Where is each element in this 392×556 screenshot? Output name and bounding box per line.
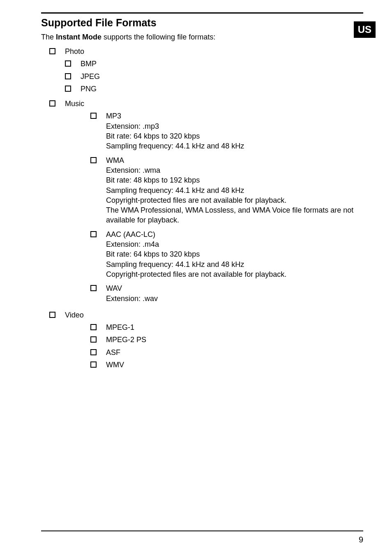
item-jpeg: JPEG [65, 72, 363, 81]
section-photo: Photo BMP JPEG PNG [49, 46, 363, 96]
intro-bold: Instant Mode [56, 33, 101, 41]
item-bmp: BMP [65, 59, 363, 69]
detail-line: Sampling frequency: 44.1 kHz and 48 kHz [106, 141, 363, 151]
item-png: PNG [65, 84, 363, 94]
item-label: MPEG-1 [106, 322, 363, 332]
intro-text: The Instant Mode supports the following … [41, 33, 363, 42]
page-number: 9 [359, 535, 363, 544]
section-video: Video MPEG-1 MPEG-2 PS ASF WMV [49, 310, 363, 372]
bullet-icon [90, 157, 96, 163]
item-mpeg1: MPEG-1 [90, 322, 363, 332]
item-wma: WMA Extension: .wma Bit rate: 48 kbps to… [90, 155, 363, 227]
intro-suffix: supports the following file formats: [101, 33, 215, 41]
detail-line: Extension: .wma [106, 165, 363, 175]
detail-line: Bit rate: 64 kbps to 320 kbps [106, 249, 363, 259]
detail-line: Bit rate: 64 kbps to 320 kbps [106, 131, 363, 141]
section-label: Photo [65, 46, 363, 56]
item-label: WMA [106, 155, 363, 165]
item-wav: WAV Extension: .wav [90, 283, 363, 305]
detail-line: Bit rate: 48 kbps to 192 kbps [106, 175, 363, 185]
item-label: WAV [106, 283, 363, 293]
detail-line: Copyright-protected files are not availa… [106, 269, 363, 279]
detail-line: Sampling frequency: 44.1 kHz and 48 kHz [106, 259, 363, 269]
photo-items: BMP JPEG PNG [65, 59, 363, 94]
item-label: WMV [106, 360, 363, 370]
bullet-icon [90, 361, 96, 367]
section-label: Video [65, 310, 363, 320]
item-mpeg2ps: MPEG-2 PS [90, 335, 363, 345]
music-items: MP3 Extension: .mp3 Bit rate: 64 kbps to… [90, 111, 363, 305]
detail-line: Extension: .mp3 [106, 121, 363, 131]
detail-line: Sampling frequency: 44.1 kHz and 48 kHz [106, 185, 363, 195]
item-wmv: WMV [90, 360, 363, 370]
region-badge: US [354, 21, 376, 38]
bullet-icon [90, 231, 96, 237]
video-items: MPEG-1 MPEG-2 PS ASF WMV [90, 322, 363, 370]
section-music: Music MP3 Extension: .mp3 Bit rate: 64 k… [49, 99, 363, 308]
item-label: ASF [106, 348, 363, 357]
bullet-icon [49, 100, 55, 106]
bullet-icon [90, 336, 96, 342]
bullet-icon [90, 285, 96, 291]
detail-line: Extension: .wav [106, 294, 363, 303]
bullet-icon [49, 312, 55, 317]
bottom-rule [41, 531, 363, 531]
item-aac: AAC (AAC-LC) Extension: .m4a Bit rate: 6… [90, 229, 363, 281]
detail-line: The WMA Professional, WMA Lossless, and … [106, 205, 363, 225]
bullet-icon [90, 113, 96, 118]
item-label: JPEG [81, 72, 363, 81]
item-label: BMP [81, 59, 363, 69]
page-heading: Supported File Formats [41, 17, 363, 29]
intro-prefix: The [41, 33, 56, 41]
bullet-icon [65, 86, 71, 91]
section-list: Photo BMP JPEG PNG Music [49, 46, 363, 372]
section-label: Music [65, 99, 363, 109]
item-label: PNG [81, 84, 363, 94]
bullet-icon [90, 324, 96, 330]
bullet-icon [65, 60, 71, 66]
detail-line: Extension: .m4a [106, 239, 363, 249]
item-label: MP3 [106, 111, 363, 121]
item-label: MPEG-2 PS [106, 335, 363, 345]
item-asf: ASF [90, 348, 363, 357]
bullet-icon [65, 73, 71, 79]
item-mp3: MP3 Extension: .mp3 Bit rate: 64 kbps to… [90, 111, 363, 153]
top-rule [41, 12, 363, 14]
bullet-icon [49, 48, 55, 54]
bullet-icon [90, 349, 96, 355]
detail-line: Copyright-protected files are not availa… [106, 195, 363, 205]
item-label: AAC (AAC-LC) [106, 229, 363, 239]
